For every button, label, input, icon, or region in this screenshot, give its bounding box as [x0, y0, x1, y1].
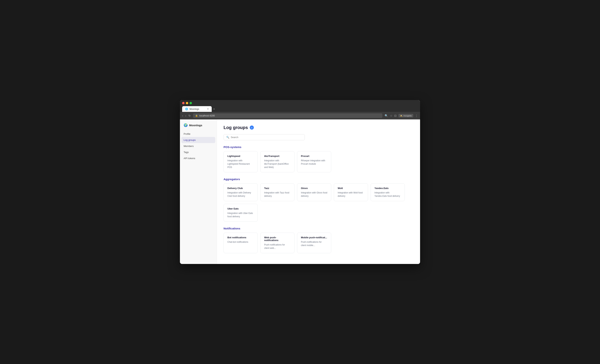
- section-title-notifications: Notifications: [224, 227, 413, 230]
- card-desc: RKeeper integration with Procart module: [301, 159, 327, 165]
- bookmark-icon[interactable]: ☆: [390, 114, 392, 117]
- forward-button[interactable]: ›: [185, 114, 186, 117]
- cards-grid-pos-systems: Lightspeed Integration with Lightspeed R…: [224, 151, 413, 173]
- card-wolt[interactable]: Wolt Integration with Wolt food delivery: [334, 183, 368, 201]
- card-iikotransport[interactable]: iikoTransport Integration with iikoTrans…: [260, 151, 294, 173]
- card-uber-eats[interactable]: Uber Eats Integration with Uber Eats foo…: [224, 204, 258, 222]
- card-bot-notifications[interactable]: Bot notifications Chat-bot notifications: [224, 233, 258, 253]
- brand-icon: 🌍: [184, 123, 188, 127]
- main-content: Log groups + 🔍 POS-systems Lightspeed In…: [217, 119, 420, 264]
- search-input[interactable]: [231, 136, 302, 139]
- card-tazz[interactable]: Tazz Integration with Tazz food delivery: [260, 183, 294, 201]
- sidebar: 🌍 Moonlogs Profile Log groups Members Ta…: [180, 119, 217, 264]
- section-pos-systems: POS-systems Lightspeed Integration with …: [224, 146, 413, 173]
- brand: 🌍 Moonlogs: [180, 123, 217, 131]
- section-notifications: Notifications Bot notifications Chat-bot…: [224, 227, 413, 253]
- card-title: Glovo: [301, 187, 327, 190]
- card-title: Mobile push-notificat...: [301, 236, 327, 239]
- card-title: iikoTransport: [264, 155, 291, 157]
- app-layout: 🌍 Moonlogs Profile Log groups Members Ta…: [180, 119, 420, 264]
- back-button[interactable]: ‹: [182, 114, 183, 117]
- sidebar-item-api-tokens[interactable]: API tokens: [180, 155, 217, 161]
- tab-icon: 🌐: [185, 108, 188, 110]
- card-title: Procart: [301, 155, 327, 157]
- sidebar-item-profile[interactable]: Profile: [180, 131, 217, 137]
- new-tab-button[interactable]: +: [213, 108, 215, 111]
- card-title: Yandex.Eats: [375, 187, 401, 190]
- address-bar-row: ‹ › ↻ 🔒 localhost:4200 🔍 ☆ ⊡ 🕵 Incognito…: [180, 112, 420, 119]
- close-button[interactable]: [182, 102, 185, 104]
- add-log-group-button[interactable]: +: [250, 126, 254, 130]
- card-title: Bot notifications: [227, 236, 254, 239]
- incognito-badge: 🕵 Incognito: [398, 114, 413, 117]
- card-desc: Integration with Wolt food delivery: [338, 191, 364, 198]
- minimize-button[interactable]: [186, 102, 188, 104]
- sidebar-item-log-groups[interactable]: Log groups: [181, 137, 215, 143]
- sidebar-item-tags[interactable]: Tags: [180, 149, 217, 155]
- card-title: Uber Eats: [227, 207, 254, 210]
- sidebar-item-members[interactable]: Members: [180, 143, 217, 149]
- card-yandex-eats[interactable]: Yandex.Eats Integration with Yandex.Eats…: [371, 183, 405, 201]
- card-title: Tazz: [264, 187, 291, 190]
- incognito-label: Incognito: [403, 115, 412, 117]
- menu-icon[interactable]: ⋮: [415, 114, 418, 117]
- sidebar-nav: Profile Log groups Members Tags API toke…: [180, 131, 217, 161]
- card-desc: Push-notifications for client web...: [264, 243, 291, 250]
- extensions-icon[interactable]: ⊡: [394, 114, 397, 117]
- card-mobile-push[interactable]: Mobile push-notificat... Push-notificati…: [297, 233, 331, 253]
- card-title: Delivery Club: [227, 187, 254, 190]
- page-title: Log groups: [224, 125, 248, 130]
- section-title-pos-systems: POS-systems: [224, 146, 413, 149]
- card-delivery-club[interactable]: Delivery Club Integration with Delivery …: [224, 183, 258, 201]
- browser-actions: 🔍 ☆ ⊡ 🕵 Incognito ⋮: [384, 114, 418, 117]
- maximize-button[interactable]: [189, 102, 192, 104]
- card-desc: Integration with Delivery Club food deli…: [227, 191, 254, 198]
- section-aggregators: Aggregators Delivery Club Integration wi…: [224, 178, 413, 222]
- incognito-icon: 🕵: [400, 114, 403, 117]
- browser-chrome: 🌐 Moonlogs ✕ +: [180, 100, 420, 112]
- card-title: Web push-notifications: [264, 236, 291, 242]
- card-web-push[interactable]: Web push-notifications Push-notification…: [260, 233, 294, 253]
- card-desc: Integration with Uber Eats food delivery: [227, 211, 254, 218]
- traffic-lights: [182, 102, 418, 106]
- browser-window: 🌐 Moonlogs ✕ + ‹ › ↻ 🔒 localhost:4200 🔍 …: [180, 100, 420, 264]
- card-glovo[interactable]: Glovo Integration with Glovo food delive…: [297, 183, 331, 201]
- tab-bar: 🌐 Moonlogs ✕ +: [182, 106, 418, 112]
- cards-grid-aggregators: Delivery Club Integration with Delivery …: [224, 183, 413, 222]
- brand-name: Moonlogs: [189, 124, 202, 127]
- card-desc: Chat-bot notifications: [227, 240, 254, 244]
- tab-title: Moonlogs: [189, 108, 199, 110]
- search-bar-icon: 🔍: [226, 136, 229, 139]
- card-desc: Integration with Lightspeed Restaurant P…: [227, 159, 254, 169]
- page-header: Log groups +: [224, 125, 413, 130]
- card-desc: Integration with iikoTransport (backOffi…: [264, 159, 291, 169]
- reload-button[interactable]: ↻: [188, 114, 191, 117]
- card-title: Lightspeed: [227, 155, 254, 157]
- address-bar[interactable]: 🔒 localhost:4200: [193, 113, 382, 118]
- cards-grid-notifications: Bot notifications Chat-bot notifications…: [224, 233, 413, 253]
- search-icon[interactable]: 🔍: [384, 114, 388, 117]
- card-desc: Push-notifications for client mobile...: [301, 240, 327, 247]
- section-title-aggregators: Aggregators: [224, 178, 413, 181]
- card-desc: Integration with Yandex.Eats food delive…: [375, 191, 401, 198]
- lock-icon: 🔒: [195, 114, 198, 117]
- card-desc: Integration with Tazz food delivery: [264, 191, 291, 198]
- browser-tab[interactable]: 🌐 Moonlogs ✕: [182, 106, 212, 112]
- tab-close-button[interactable]: ✕: [207, 108, 209, 110]
- card-title: Wolt: [338, 187, 364, 190]
- card-desc: Integration with Glovo food delivery: [301, 191, 327, 198]
- card-lightspeed[interactable]: Lightspeed Integration with Lightspeed R…: [224, 151, 258, 173]
- url-display: localhost:4200: [199, 114, 215, 117]
- card-procart[interactable]: Procart RKeeper integration with Procart…: [297, 151, 331, 173]
- search-bar[interactable]: 🔍: [224, 134, 305, 140]
